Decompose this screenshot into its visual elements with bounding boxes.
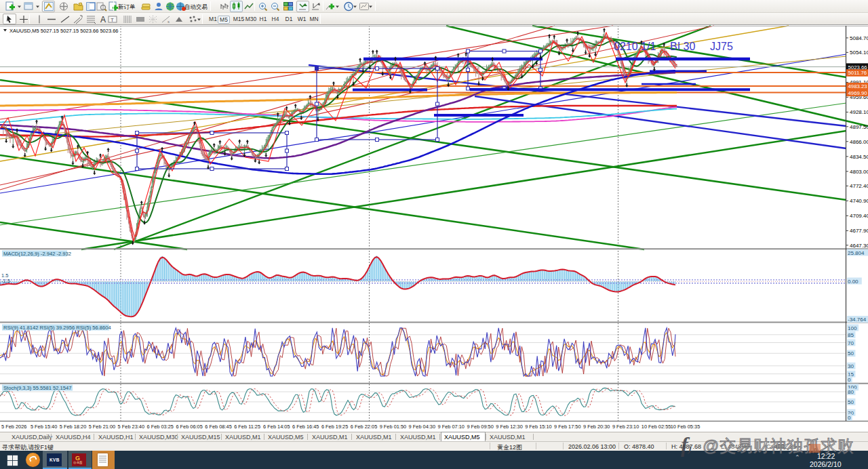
svg-text:A: A <box>100 15 106 24</box>
svg-text:4647.30: 4647.30 <box>850 243 868 249</box>
svg-text:85: 85 <box>848 332 854 338</box>
svg-text:4709.40: 4709.40 <box>850 213 868 219</box>
svg-text:100: 100 <box>848 325 857 331</box>
svg-text:4983.23: 4983.23 <box>848 83 867 89</box>
svg-text:Stoch(9,3,3) 55.5581 52.1547: Stoch(9,3,3) 55.5581 52.1547 <box>3 385 71 391</box>
svg-text:4866.00: 4866.00 <box>850 139 868 145</box>
svg-text:70: 70 <box>848 340 854 346</box>
svg-text:30: 30 <box>848 363 854 369</box>
svg-text:0: 0 <box>848 377 851 383</box>
svg-text:4834.50: 4834.50 <box>850 154 868 160</box>
svg-text:80: 80 <box>848 389 854 395</box>
svg-text:5011.76: 5011.76 <box>848 70 867 76</box>
svg-text:4897.50: 4897.50 <box>850 124 868 130</box>
svg-text:4969.90: 4969.90 <box>848 90 868 96</box>
svg-text:50: 50 <box>848 350 854 356</box>
svg-text:4772.40: 4772.40 <box>850 183 868 189</box>
svg-text:4928.10: 4928.10 <box>850 109 868 115</box>
svg-text:4740.90: 4740.90 <box>850 198 868 204</box>
svg-text:XAUUSD,M5 5027.15 5027.15 502: XAUUSD,M5 5027.15 5027.15 5023.66 5023.6… <box>9 28 119 34</box>
svg-text:-1.5: -1.5 <box>1 278 10 284</box>
svg-text:5054.10: 5054.10 <box>850 49 868 56</box>
svg-text:5084.70: 5084.70 <box>850 35 868 41</box>
svg-text:-34.764: -34.764 <box>848 317 867 323</box>
svg-text:0.00: 0.00 <box>848 279 859 285</box>
svg-text:5023.66: 5023.66 <box>848 64 867 70</box>
svg-text:0: 0 <box>848 415 851 421</box>
svg-text:50: 50 <box>848 399 854 405</box>
svg-text:BI 30: BI 30 <box>670 41 695 52</box>
svg-text:s: s <box>167 20 170 24</box>
svg-text:4677.90: 4677.90 <box>850 228 868 234</box>
svg-text:JJ75: JJ75 <box>710 41 733 52</box>
svg-text:0210 1/1: 0210 1/1 <box>614 41 656 52</box>
svg-text:T: T <box>111 17 114 23</box>
svg-text:25.804: 25.804 <box>848 250 865 256</box>
svg-text:RSI(9) 41.8142 RSI(5) 39.2956: RSI(9) 41.8142 RSI(5) 39.2956 RSI(5) 56.… <box>3 325 111 331</box>
svg-text:4803.00: 4803.00 <box>850 169 868 175</box>
svg-text:MACD(12,26,9) -2.942 -2.932: MACD(12,26,9) -2.942 -2.932 <box>3 251 71 257</box>
